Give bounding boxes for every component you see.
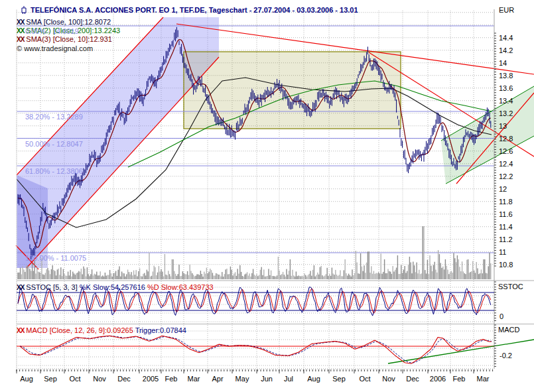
price-tick-label: 14.2 bbox=[499, 46, 513, 54]
sstoc-k-value: %K Slow:54.257616 bbox=[80, 283, 147, 291]
macd-minus02-tick: -0.2 bbox=[500, 352, 512, 359]
month-label: Aug bbox=[20, 375, 33, 383]
price-tick-label: 12.8 bbox=[499, 135, 513, 143]
price-tick-label: 12.4 bbox=[499, 160, 513, 168]
macd-axis-label: MACD bbox=[498, 326, 519, 334]
month-label: 2005 bbox=[143, 375, 159, 383]
price-tick-label: 11.6 bbox=[499, 210, 513, 218]
month-label: Jul bbox=[284, 375, 293, 383]
month-label: Nov bbox=[93, 375, 106, 383]
price-tick-label: 12.6 bbox=[499, 147, 513, 155]
legend-macd[interactable]: XXMACD [Close, 12, 26, 9]:0.09265 Trigge… bbox=[17, 326, 186, 334]
price-tick-label: 13.4 bbox=[499, 97, 513, 105]
month-label: Nov bbox=[382, 375, 395, 383]
month-label: Sep bbox=[332, 375, 346, 383]
price-axis-unit: EUR bbox=[499, 6, 514, 14]
price-tick-label: 11.2 bbox=[499, 235, 513, 243]
price-tick-label: 10.8 bbox=[499, 261, 513, 269]
month-label: Aug bbox=[307, 375, 320, 383]
month-label: Dec bbox=[406, 375, 419, 383]
month-label: Feb bbox=[453, 375, 466, 383]
fib-label: 100.00% - 11.0075 bbox=[25, 254, 86, 262]
legend-sma100[interactable]: XXSMA [Close, 100]:12.8072 bbox=[17, 18, 111, 26]
tradesignal-chart-window: TELEFÓNICA S.A. ACCIONES PORT. EO 1, TEF… bbox=[0, 0, 534, 392]
legend-sstoc[interactable]: XXSSTOC [5, 3, 3] %K Slow:54.257616 %D S… bbox=[17, 283, 214, 291]
sstoc-zero-tick: 0 bbox=[500, 312, 503, 320]
month-label: May bbox=[235, 375, 249, 383]
formula-icon: XX bbox=[17, 19, 24, 26]
price-tick-label: 13.2 bbox=[499, 109, 513, 117]
fib-label: 38.20% - 13.2289 bbox=[25, 113, 83, 121]
sstoc-d-value: %D Slow:63.439733 bbox=[147, 283, 214, 291]
month-label: Mar bbox=[477, 375, 490, 383]
price-tick-label: 11 bbox=[499, 248, 506, 256]
price-tick-label: 13.6 bbox=[499, 84, 513, 92]
macd-trigger-line bbox=[20, 336, 492, 363]
macd-trigger-value: Trigger:0.07844 bbox=[135, 326, 186, 334]
month-label: Oct bbox=[359, 375, 370, 383]
formula-icon: XX bbox=[17, 284, 24, 291]
price-tick-label: 12.2 bbox=[499, 172, 513, 180]
fib-label: 50.00% - 12.8047 bbox=[25, 140, 83, 148]
macd-line bbox=[20, 336, 492, 363]
legend-sma10[interactable]: XXSMA(3) [Close, 10]:12.931 bbox=[17, 35, 112, 43]
price-tick-label: 11.8 bbox=[499, 198, 513, 206]
page-title: TELEFÓNICA S.A. ACCIONES PORT. EO 1, TEF… bbox=[31, 6, 358, 14]
formula-icon: XX bbox=[17, 327, 24, 334]
price-tick-label: 12 bbox=[499, 185, 507, 193]
fib-label: 0.00% - 14.6019 bbox=[25, 27, 79, 35]
month-label: Oct bbox=[69, 375, 80, 383]
price-tick-label: 11.4 bbox=[499, 223, 513, 231]
month-label: Sep bbox=[44, 375, 57, 383]
month-label: Mar bbox=[188, 375, 200, 383]
month-label: Dec bbox=[117, 375, 131, 383]
month-label: Apr bbox=[212, 375, 223, 383]
price-tick-label: 14.4 bbox=[499, 34, 513, 42]
price-tick-label: 14 bbox=[499, 59, 507, 67]
fib-label: 61.80% - 12.3806 bbox=[25, 167, 83, 175]
formula-icon: XX bbox=[17, 27, 24, 34]
month-label: 2006 bbox=[430, 375, 446, 383]
time-axis-ticks bbox=[17, 369, 493, 373]
watermark: © www.tradesignal.com bbox=[17, 44, 93, 52]
macd-green-trendline bbox=[388, 340, 534, 363]
price-tick-label: 13.8 bbox=[499, 72, 513, 80]
formula-icon: XX bbox=[17, 36, 24, 43]
chart-type-icon[interactable] bbox=[21, 6, 27, 15]
month-label: Jun bbox=[261, 375, 273, 383]
sstoc-axis-label: SSTOC bbox=[498, 283, 523, 291]
month-label: Feb bbox=[165, 375, 178, 383]
price-tick-label: 13 bbox=[499, 122, 507, 130]
